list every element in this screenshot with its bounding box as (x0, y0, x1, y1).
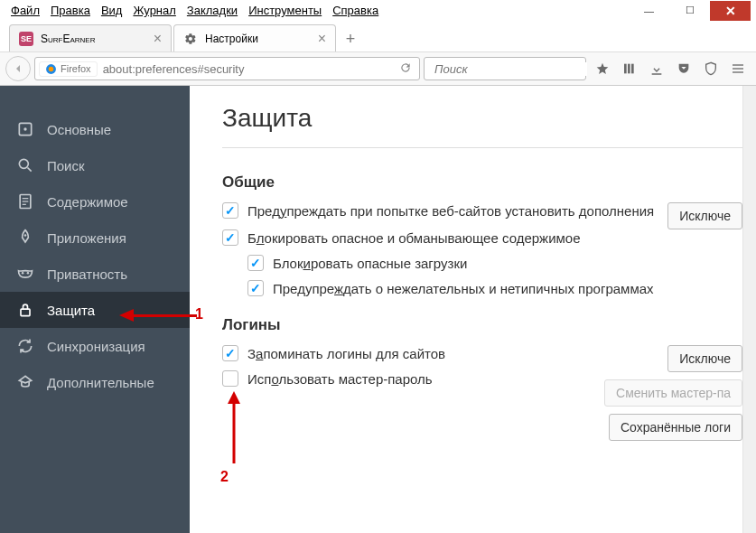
search-input[interactable] (434, 62, 587, 76)
menu-view[interactable]: Вид (96, 2, 128, 19)
label-block-downloads: Блокировать опасные загрузки (273, 256, 467, 271)
page-title: Защита (222, 104, 742, 148)
sidebar-item-label: Поиск (47, 158, 85, 173)
row-block-downloads: Блокировать опасные загрузки (247, 255, 742, 271)
svg-line-11 (28, 168, 32, 172)
checkbox-master-password[interactable] (222, 370, 238, 387)
bookmark-star-icon[interactable] (590, 57, 615, 80)
svg-rect-6 (733, 68, 743, 69)
menu-help[interactable]: Справка (327, 2, 384, 19)
menu-edit[interactable]: Правка (45, 2, 96, 19)
svg-rect-3 (628, 64, 630, 74)
sidebar-item-label: Дополнительные (47, 375, 154, 390)
hat-icon (16, 373, 34, 391)
maximize-button[interactable]: ☐ (669, 1, 710, 21)
sidebar-item-label: Синхронизация (47, 339, 145, 354)
shield-icon[interactable] (698, 57, 723, 80)
svg-point-18 (27, 272, 30, 275)
label-block-dangerous: Блокировать опасное и обманывающее содер… (247, 230, 581, 246)
identity-box[interactable]: Firefox (39, 61, 98, 77)
sync-icon (16, 337, 34, 355)
sidebar-item-advanced[interactable]: Дополнительные (0, 364, 190, 400)
tab-title: Настройки (205, 33, 311, 45)
close-tab-icon[interactable]: × (154, 31, 162, 47)
doc-icon (16, 192, 34, 210)
sidebar-item-label: Приватность (47, 266, 127, 282)
close-tab-icon[interactable]: × (318, 31, 326, 47)
exceptions-button-general[interactable]: Исключе (667, 202, 742, 229)
reload-icon[interactable] (396, 61, 415, 77)
svg-point-1 (49, 66, 53, 70)
sidebar-item-general[interactable]: Основные (0, 111, 190, 147)
svg-rect-5 (733, 64, 743, 65)
back-button[interactable] (5, 56, 31, 81)
tab-title: SurfEarner (41, 33, 146, 45)
row-warn-unwanted: Предупреждать о нежелательных и нетипичн… (247, 280, 742, 296)
menu-file[interactable]: Файл (5, 2, 45, 19)
exceptions-button-logins[interactable]: Исключе (667, 345, 742, 372)
svg-rect-7 (733, 71, 743, 72)
sidebar-item-security[interactable]: Защита (0, 292, 190, 328)
square-icon (16, 120, 34, 138)
checkbox-warn-install[interactable] (222, 202, 238, 219)
scrollbar[interactable] (742, 86, 756, 533)
section-title-logins: Логины (222, 316, 742, 334)
svg-point-17 (22, 272, 23, 275)
menu-bookmarks[interactable]: Закладки (182, 2, 243, 19)
toolbar-icons (590, 57, 751, 80)
row-warn-install: Предупреждать при попытке веб-сайтов уст… (222, 202, 657, 219)
identity-label: Firefox (61, 63, 91, 74)
sidebar-item-label: Защита (47, 303, 95, 318)
change-master-password-button[interactable]: Сменить мастер-па (604, 379, 742, 407)
tab-settings[interactable]: Настройки × (173, 24, 336, 51)
section-title-general: Общие (222, 173, 742, 192)
minimize-button[interactable]: — (629, 1, 669, 21)
label-warn-unwanted: Предупреждать о нежелательных и нетипичн… (273, 281, 654, 296)
tab-strip: SE SurfEarner × Настройки × + (0, 22, 756, 51)
svg-point-16 (24, 234, 27, 237)
menu-history[interactable]: Журнал (127, 2, 181, 19)
preferences-sidebar: Основные Поиск Содержимое Приложения При… (0, 86, 190, 533)
checkbox-block-downloads[interactable] (247, 255, 264, 271)
pocket-icon[interactable] (671, 57, 696, 80)
surf-favicon: SE (19, 32, 33, 46)
url-bar[interactable]: Firefox (34, 57, 420, 80)
main-panel: Защита Общие Предупреждать при попытке в… (190, 86, 742, 533)
saved-logins-button[interactable]: Сохранённые логи (609, 414, 742, 441)
tab-surfearner[interactable]: SE SurfEarner × (9, 24, 172, 51)
sidebar-item-content[interactable]: Содержимое (0, 183, 190, 220)
close-window-button[interactable]: ✕ (710, 1, 751, 21)
nav-bar: Firefox (0, 51, 756, 86)
svg-rect-19 (21, 309, 30, 316)
sidebar-item-search[interactable]: Поиск (0, 147, 190, 183)
checkbox-warn-unwanted[interactable] (247, 280, 264, 296)
download-icon[interactable] (644, 57, 669, 80)
label-master-password: Использовать мастер-пароль (247, 371, 433, 387)
sidebar-item-privacy[interactable]: Приватность (0, 256, 190, 292)
sidebar-item-label: Содержимое (47, 194, 128, 210)
section-general: Общие Предупреждать при попытке веб-сайт… (222, 173, 742, 296)
sidebar-item-label: Основные (47, 122, 111, 137)
row-master-password: Использовать мастер-пароль (222, 370, 593, 387)
svg-rect-2 (624, 64, 627, 74)
mask-icon (16, 265, 34, 283)
sidebar-item-label: Приложения (47, 230, 126, 246)
hamburger-menu-icon[interactable] (725, 57, 751, 80)
new-tab-button[interactable]: + (338, 26, 363, 51)
library-icon[interactable] (617, 57, 642, 80)
label-remember-logins: Запоминать логины для сайтов (247, 346, 445, 361)
content-area: Основные Поиск Содержимое Приложения При… (0, 86, 756, 533)
url-input[interactable] (103, 62, 390, 76)
row-remember-logins: Запоминать логины для сайтов (222, 345, 593, 361)
search-box[interactable] (424, 57, 586, 80)
sidebar-item-sync[interactable]: Синхронизация (0, 328, 190, 364)
svg-point-9 (23, 127, 26, 130)
checkbox-remember-logins[interactable] (222, 345, 238, 361)
menu-bar: Файл Правка Вид Журнал Закладки Инструме… (0, 0, 756, 22)
label-warn-install: Предупреждать при попытке веб-сайтов уст… (247, 203, 654, 219)
menu-tools[interactable]: Инструменты (243, 2, 327, 19)
search-icon (16, 156, 34, 174)
checkbox-block-dangerous[interactable] (222, 229, 238, 246)
section-logins: Логины Запоминать логины для сайтов Испо… (222, 316, 742, 441)
sidebar-item-applications[interactable]: Приложения (0, 220, 190, 256)
